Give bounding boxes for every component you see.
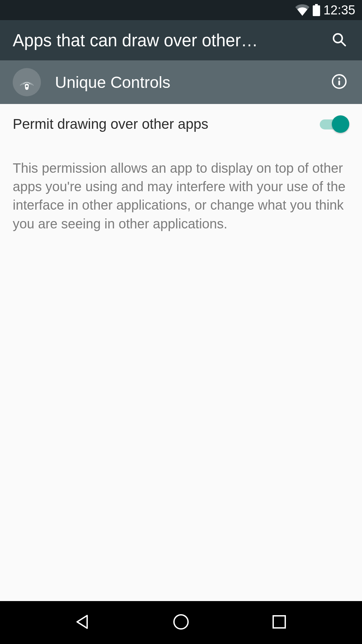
navigation-bar: [0, 601, 362, 644]
app-name-label: Unique Controls: [55, 73, 329, 92]
back-icon: [75, 614, 90, 631]
content-area: Permit drawing over other apps This perm…: [0, 104, 362, 233]
svg-rect-10: [273, 616, 285, 628]
permit-draw-label: Permit drawing over other apps: [13, 116, 318, 132]
back-button[interactable]: [63, 609, 103, 636]
search-icon: [331, 32, 347, 49]
page-title: Apps that can draw over other…: [13, 31, 329, 50]
info-icon: [331, 74, 347, 91]
toggle-thumb: [332, 115, 349, 133]
recents-icon: [272, 615, 286, 630]
battery-icon: [313, 4, 320, 16]
svg-line-3: [341, 42, 345, 46]
permit-draw-toggle[interactable]: [318, 115, 349, 133]
info-button[interactable]: [329, 72, 349, 92]
app-header: Unique Controls: [0, 60, 362, 104]
wifi-icon: [295, 4, 309, 16]
svg-point-9: [174, 615, 188, 629]
svg-rect-0: [315, 4, 318, 5]
app-icon: [13, 68, 41, 96]
status-bar: 12:35: [0, 0, 362, 20]
home-button[interactable]: [161, 609, 201, 636]
svg-rect-1: [313, 5, 320, 16]
permit-draw-setting-row[interactable]: Permit drawing over other apps: [0, 104, 362, 143]
recents-button[interactable]: [259, 609, 299, 636]
app-bar: Apps that can draw over other…: [0, 20, 362, 60]
status-time: 12:35: [323, 3, 355, 17]
search-button[interactable]: [329, 30, 349, 50]
permission-description: This permission allows an app to display…: [0, 143, 362, 233]
svg-point-5: [26, 85, 28, 87]
svg-rect-8: [339, 80, 340, 85]
home-icon: [173, 613, 189, 632]
svg-point-7: [338, 77, 340, 79]
